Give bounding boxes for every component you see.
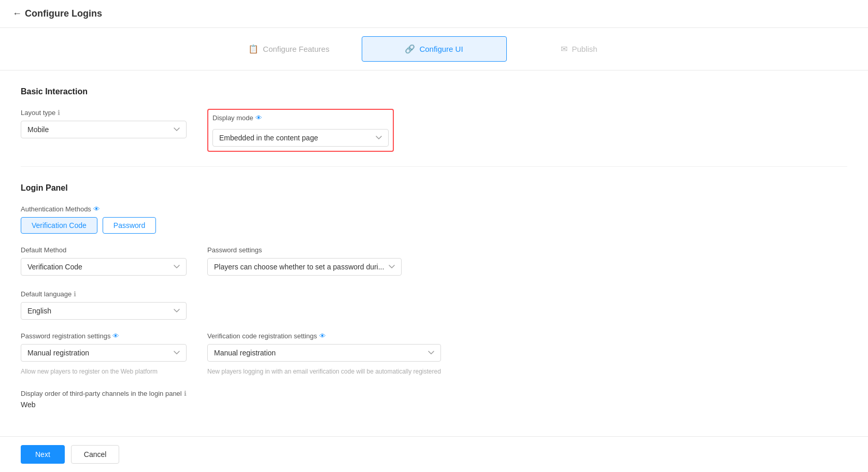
layout-type-group: Layout type ℹ Mobile Desktop [21, 109, 187, 138]
configure-ui-label: Configure UI [419, 45, 463, 53]
password-btn[interactable]: Password [103, 217, 156, 234]
auth-methods-group: Authentication Methods 👁 Verification Co… [21, 205, 847, 234]
display-mode-label: Display mode 👁 [212, 114, 389, 122]
password-settings-label: Password settings [207, 246, 402, 254]
default-language-select[interactable]: English Chinese French Spanish [21, 302, 187, 320]
layout-type-label: Layout type ℹ [21, 109, 187, 117]
auth-buttons-container: Verification Code Password [21, 217, 847, 234]
password-reg-eye-icon[interactable]: 👁 [112, 332, 119, 340]
third-party-section: Display order of third-party channels in… [21, 390, 847, 409]
auth-methods-eye-icon[interactable]: 👁 [93, 205, 100, 213]
layout-type-select[interactable]: Mobile Desktop [21, 121, 187, 138]
next-button[interactable]: Next [21, 445, 65, 464]
password-settings-select[interactable]: Players can choose whether to set a pass… [207, 258, 402, 276]
section-divider [21, 166, 847, 167]
header: ← Configure Logins [0, 0, 868, 28]
registration-settings-row: Password registration settings 👁 Manual … [21, 332, 847, 375]
configure-features-label: Configure Features [263, 45, 329, 53]
default-method-select[interactable]: Verification Code Password [21, 258, 187, 276]
default-language-info-icon: ℹ [74, 290, 76, 298]
back-button[interactable]: ← Configure Logins [12, 8, 102, 19]
display-mode-select[interactable]: Embedded in the content page Popup Full … [212, 129, 389, 147]
cancel-button[interactable]: Cancel [71, 445, 120, 464]
page-wrapper: ← Configure Logins 📋 Configure Features … [0, 0, 868, 472]
password-settings-group: Password settings Players can choose whe… [207, 246, 402, 276]
verification-reg-eye-icon[interactable]: 👁 [319, 332, 326, 340]
configure-features-icon: 📋 [248, 44, 259, 54]
publish-label: Publish [572, 45, 597, 53]
verification-code-btn[interactable]: Verification Code [21, 217, 97, 234]
layout-type-info-icon: ℹ [58, 109, 60, 117]
login-panel-section: Login Panel Authentication Methods 👁 Ver… [21, 183, 847, 409]
auth-methods-label: Authentication Methods 👁 [21, 205, 847, 213]
step-configure-features[interactable]: 📋 Configure Features [217, 36, 362, 62]
step-configure-ui[interactable]: 🔗 Configure UI [362, 36, 507, 62]
display-mode-eye-icon[interactable]: 👁 [255, 114, 262, 122]
step-publish: ✉ Publish [507, 36, 652, 62]
display-mode-group: Display mode 👁 Embedded in the content p… [207, 109, 394, 152]
default-language-label: Default language ℹ [21, 290, 187, 298]
password-registration-select[interactable]: Manual registration Auto registration [21, 344, 187, 362]
configure-ui-icon: 🔗 [405, 44, 415, 54]
password-registration-group: Password registration settings 👁 Manual … [21, 332, 187, 375]
basic-interaction-row: Layout type ℹ Mobile Desktop Display mod… [21, 109, 847, 152]
step-navigation: 📋 Configure Features 🔗 Configure UI ✉ Pu… [0, 28, 868, 70]
third-party-label: Display order of third-party channels in… [21, 390, 847, 397]
method-settings-row: Default Method Verification Code Passwor… [21, 246, 847, 276]
verification-registration-hint: New players logging in with an email ver… [207, 368, 441, 375]
default-method-group: Default Method Verification Code Passwor… [21, 246, 187, 276]
default-language-group: Default language ℹ English Chinese Frenc… [21, 290, 187, 320]
publish-icon: ✉ [561, 44, 567, 54]
content-area: Basic Interaction Layout type ℹ Mobile D… [0, 70, 868, 434]
page-title: Configure Logins [25, 8, 102, 19]
password-registration-label: Password registration settings 👁 [21, 332, 187, 340]
password-registration-hint: Allow new players to register on the Web… [21, 368, 187, 375]
default-method-label: Default Method [21, 246, 187, 254]
login-panel-title: Login Panel [21, 183, 847, 193]
basic-interaction-title: Basic Interaction [21, 87, 847, 96]
verification-registration-select[interactable]: Manual registration Auto registration [207, 344, 441, 362]
footer: Next Cancel [0, 436, 868, 472]
verification-registration-label: Verification code registration settings … [207, 332, 441, 340]
back-arrow-icon: ← [12, 8, 22, 19]
third-party-channel: Web [21, 401, 847, 409]
third-party-info-icon: ℹ [184, 390, 187, 397]
verification-registration-group: Verification code registration settings … [207, 332, 441, 375]
